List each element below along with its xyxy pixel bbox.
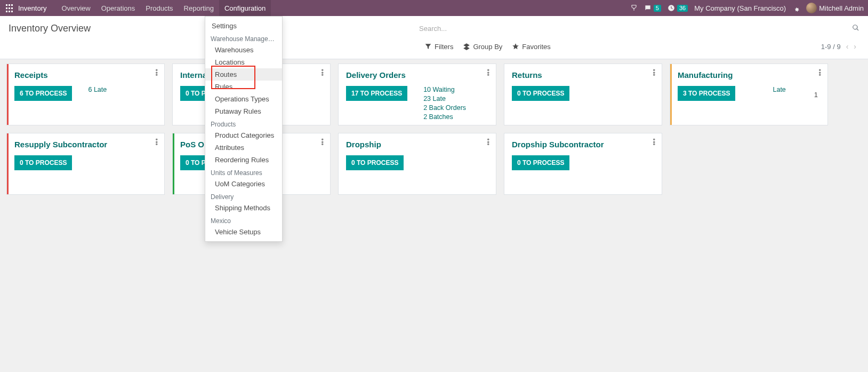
dd-header-mexico: Mexico	[205, 214, 282, 226]
favorites-button[interactable]: Favorites	[512, 43, 550, 51]
card-menu-icon[interactable]	[155, 69, 158, 77]
avatar	[806, 3, 817, 13]
process-button[interactable]: 17 TO PROCESS	[346, 86, 407, 101]
activities-icon[interactable]: 36	[668, 4, 688, 12]
menu-reporting[interactable]: Reporting	[179, 0, 219, 16]
user-name: Mitchell Admin	[819, 4, 864, 12]
card-title[interactable]: Dropship	[346, 140, 488, 149]
stat-batches[interactable]: 2 Batches	[423, 113, 466, 121]
dd-putaway-rules[interactable]: Putaway Rules	[205, 105, 282, 117]
dd-vehicle-setups[interactable]: Vehicle Setups	[205, 226, 282, 238]
process-button[interactable]: 0 TO PROCESS	[512, 155, 569, 170]
card-title[interactable]: Resupply Subcontractor	[14, 140, 157, 149]
apps-icon[interactable]	[4, 3, 14, 13]
dd-warehouses[interactable]: Warehouses	[205, 44, 282, 56]
card-menu-icon[interactable]	[155, 139, 158, 146]
dd-settings[interactable]: Settings	[205, 20, 282, 32]
stat-late-label[interactable]: Late	[773, 86, 785, 93]
dd-header-warehouse: Warehouse Management	[205, 32, 282, 44]
dd-locations[interactable]: Locations	[205, 56, 282, 68]
dd-uom-categories[interactable]: UoM Categories	[205, 178, 282, 190]
search-input[interactable]	[419, 22, 848, 35]
card-menu-icon[interactable]	[321, 139, 324, 146]
activities-badge: 36	[677, 5, 688, 12]
messages-icon[interactable]: 5	[644, 4, 661, 12]
pager-prev[interactable]: ‹	[846, 42, 849, 51]
star-icon	[512, 43, 519, 50]
dd-attributes[interactable]: Attributes	[205, 141, 282, 154]
filter-icon	[424, 43, 432, 50]
filters-label: Filters	[435, 43, 453, 51]
messages-badge: 5	[654, 5, 661, 12]
process-button[interactable]: 6 TO PROCESS	[14, 86, 72, 101]
groupby-button[interactable]: Group By	[463, 43, 502, 51]
card-menu-icon[interactable]	[321, 69, 324, 77]
card-manufacturing: Manufacturing 3 TO PROCESS Late 1	[670, 64, 828, 125]
layers-icon	[463, 43, 470, 50]
menu-products[interactable]: Products	[140, 0, 178, 16]
card-title[interactable]: Returns	[512, 70, 654, 80]
card-menu-icon[interactable]	[487, 69, 489, 77]
topbar: Inventory Overview Operations Products R…	[0, 0, 868, 16]
process-button[interactable]: 0 TO PROCESS	[346, 155, 404, 170]
card-menu-icon[interactable]	[818, 69, 821, 77]
card-title[interactable]: Delivery Orders	[346, 70, 488, 80]
card-menu-icon[interactable]	[653, 139, 655, 146]
dd-reordering-rules[interactable]: Reordering Rules	[205, 154, 282, 166]
menu-overview[interactable]: Overview	[56, 0, 95, 16]
process-button[interactable]: 0 TO PROCESS	[512, 86, 569, 101]
systray: 5 36 My Company (San Francisco) Mitchell…	[630, 3, 864, 13]
filters-button[interactable]: Filters	[424, 43, 453, 51]
app-brand[interactable]: Inventory	[18, 4, 46, 12]
voip-icon[interactable]	[630, 4, 638, 12]
card-delivery-orders: Delivery Orders 17 TO PROCESS 10 Waiting…	[338, 64, 496, 125]
dd-header-uom: Units of Measures	[205, 166, 282, 178]
control-panel: Inventory Overview Filters Group By Favo…	[0, 16, 868, 59]
card-title[interactable]: Dropship Subcontractor	[512, 140, 654, 149]
debug-icon[interactable]	[792, 4, 800, 12]
card-title[interactable]: Manufacturing	[678, 70, 820, 80]
dd-operations-types[interactable]: Operations Types	[205, 93, 282, 105]
dd-routes[interactable]: Routes	[205, 68, 282, 81]
menu-configuration[interactable]: Configuration	[219, 0, 271, 16]
dd-product-categories[interactable]: Product Categories	[205, 129, 282, 141]
company-switcher[interactable]: My Company (San Francisco)	[694, 4, 786, 12]
stat-waiting[interactable]: 10 Waiting	[423, 86, 466, 93]
dd-header-delivery: Delivery	[205, 190, 282, 202]
card-dropship: Dropship 0 TO PROCESS	[338, 133, 496, 195]
card-dropship-subcontractor: Dropship Subcontractor 0 TO PROCESS	[504, 133, 662, 195]
card-returns: Returns 0 TO PROCESS	[504, 64, 662, 125]
stat-backorders[interactable]: 2 Back Orders	[423, 104, 466, 112]
stat-late[interactable]: 23 Late	[423, 95, 466, 102]
process-button[interactable]: 0 TO PROCESS	[14, 155, 72, 170]
pager-next[interactable]: ›	[854, 42, 856, 51]
pager: 1-9 / 9 ‹ ›	[821, 42, 856, 51]
dd-header-products: Products	[205, 117, 282, 129]
dd-shipping-methods[interactable]: Shipping Methods	[205, 202, 282, 214]
card-receipts: Receipts 6 TO PROCESS 6 Late	[6, 64, 165, 125]
card-resupply-subcontractor: Resupply Subcontractor 0 TO PROCESS	[6, 133, 165, 195]
dd-rules[interactable]: Rules	[205, 81, 282, 93]
stat-late-count: 1	[814, 91, 818, 99]
card-title[interactable]: Receipts	[14, 70, 157, 80]
user-menu[interactable]: Mitchell Admin	[806, 3, 864, 13]
favorites-label: Favorites	[522, 43, 550, 51]
kanban-view: Receipts 6 TO PROCESS 6 Late Internal Tr…	[0, 59, 868, 199]
process-button[interactable]: 3 TO PROCESS	[678, 86, 735, 101]
configuration-dropdown: Settings Warehouse Management Warehouses…	[205, 16, 283, 242]
stat-late[interactable]: 6 Late	[88, 86, 107, 93]
search-icon[interactable]	[852, 24, 859, 33]
card-menu-icon[interactable]	[653, 69, 655, 77]
pager-text[interactable]: 1-9 / 9	[821, 43, 841, 51]
menu-operations[interactable]: Operations	[96, 0, 141, 16]
card-menu-icon[interactable]	[487, 139, 489, 146]
groupby-label: Group By	[473, 43, 502, 51]
